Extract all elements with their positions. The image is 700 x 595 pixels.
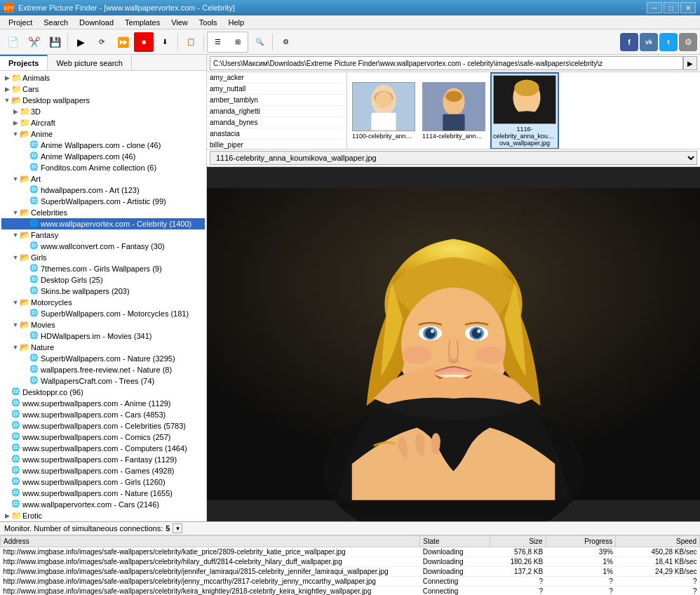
view-grid-button[interactable]: ⊞: [228, 32, 248, 52]
tree-item-wallpapervortex-cars[interactable]: 🌐 www.wallpapervortex.com - Cars (2146): [1, 499, 205, 510]
header-speed[interactable]: Speed: [616, 536, 700, 547]
tree-item-7themes-girls[interactable]: 🌐 7themes.com - Girls Wallpapers (9): [1, 263, 205, 274]
tree-item-superbwp-nature2[interactable]: 🌐 www.superbwallpapers.com - Nature (165…: [1, 488, 205, 499]
stop-button[interactable]: ■: [134, 32, 154, 52]
address-input[interactable]: [210, 56, 683, 70]
tree-item-superbwp-nature[interactable]: 🌐 SuperbWallpapers.com - Nature (3295): [1, 353, 205, 364]
tree-item-girls[interactable]: ▼ 📂 Girls: [1, 252, 205, 263]
download-row-4[interactable]: http://www.imgbase.info/images/safe-wall…: [1, 587, 700, 596]
maximize-button[interactable]: □: [664, 2, 679, 13]
header-address[interactable]: Address: [1, 536, 420, 547]
dl-button[interactable]: ⬇: [155, 32, 175, 52]
download-row-2[interactable]: http://www.imgbase.info/images/safe-wall…: [1, 567, 700, 577]
copy-button[interactable]: 📋: [181, 32, 201, 52]
tree-item-hdwallpapers-art[interactable]: 🌐 hdwallpapers.com - Art (123): [1, 185, 205, 196]
tree-item-superbwp-cars[interactable]: 🌐 www.superbwallpapers.com - Cars (4853): [1, 409, 205, 420]
tree-item-desktoppr[interactable]: 🌐 Desktoppr.co (96): [1, 387, 205, 398]
menu-search[interactable]: Search: [38, 17, 74, 28]
list-item-billie-piper[interactable]: billie_piper: [207, 140, 346, 149]
tree-item-anime-wp[interactable]: 🌐 Anime Wallpapers.com (46): [1, 151, 205, 162]
download-row-0[interactable]: http://www.imgbase.info/images/safe-wall…: [1, 547, 700, 557]
download-row-1[interactable]: http://www.imgbase.info/images/safe-wall…: [1, 557, 700, 567]
tree-item-cars[interactable]: ▶ 📁 Cars: [1, 83, 205, 95]
tree-item-fonditos[interactable]: 🌐 Fonditos.com Anime collection (6): [1, 162, 205, 173]
twitter-button[interactable]: t: [659, 33, 678, 51]
tree-item-superbwp-computers[interactable]: 🌐 www.superbwallpapers.com - Computers (…: [1, 443, 205, 454]
tree-item-superbwp-fantasy[interactable]: 🌐 www.superbwallpapers.com - Fantasy (11…: [1, 454, 205, 465]
tree-label: www.superbwallpapers.com - Cars (4853): [22, 410, 166, 419]
new-button[interactable]: 📄: [3, 32, 22, 52]
tree-item-wallpapervortex-celeb[interactable]: 🌐 www.wallpapervortex.com - Celebrity (1…: [1, 218, 205, 229]
tree-item-aircraft[interactable]: ▶ 📁 Aircraft: [1, 117, 205, 128]
menu-download[interactable]: Download: [74, 17, 119, 28]
tree-item-celebrities[interactable]: ▼ 📂 Celebrities: [1, 207, 205, 218]
play-button[interactable]: ▶: [71, 32, 90, 52]
tab-projects[interactable]: Projects: [0, 55, 48, 70]
list-item-amanda-righetti[interactable]: amanda_righetti: [207, 106, 346, 117]
facebook-button[interactable]: f: [620, 33, 638, 51]
thumbnail-list[interactable]: amy_acker amy_nuttall amber_tamblyn aman…: [207, 72, 347, 149]
folder-icon: 📁: [11, 84, 21, 94]
menu-help[interactable]: Help: [223, 17, 250, 28]
tree-item-hdwp-movies[interactable]: 🌐 HDWallpapers.im - Movies (341): [1, 330, 205, 342]
list-item-anastacia[interactable]: anastacia: [207, 128, 346, 140]
tree-item-anime-wp-clone[interactable]: 🌐 Anime Wallpapers.com - clone (46): [1, 140, 205, 151]
filename-select[interactable]: 1116-celebrity_anna_koumikova_wallpaper.…: [210, 151, 697, 165]
thumb-1116[interactable]: 1116-celebrity_anna_koumikova_wallpaper.…: [490, 72, 559, 149]
list-item-amy-nuttall[interactable]: amy_nuttall: [207, 83, 346, 95]
monitor-dropdown-button[interactable]: ▼: [173, 523, 182, 533]
skip-button[interactable]: ⏩: [113, 32, 133, 52]
tree-item-movies[interactable]: ▼ 📂 Movies: [1, 319, 205, 330]
tree-item-superbwp-anime[interactable]: 🌐 www.superbwallpapers.com - Anime (1129…: [1, 398, 205, 409]
header-state[interactable]: State: [420, 536, 490, 547]
tree-container[interactable]: ▶ 📁 Animals ▶ 📁 Cars ▼ 📂 Desktop wallpap…: [0, 71, 206, 521]
menu-view[interactable]: View: [166, 17, 194, 28]
thumb-1100[interactable]: 1100-celebrity_anna_kour...: [350, 80, 417, 142]
zoom-button[interactable]: 🔍: [250, 32, 269, 52]
tree-item-3d[interactable]: ▶ 📁 3D: [1, 106, 205, 117]
tab-web-search[interactable]: Web picture search: [48, 55, 132, 70]
title-text: Extreme Picture Finder - [www.wallpaperv…: [18, 4, 235, 12]
menu-templates[interactable]: Templates: [119, 17, 166, 28]
tree-item-motorcycles[interactable]: ▼ 📂 Motorcycles: [1, 297, 205, 308]
settings-icon-btn[interactable]: ⚙: [276, 32, 295, 52]
tree-item-wallconvert-fantasy[interactable]: 🌐 www.wallconvert.com - Fantasy (30): [1, 241, 205, 252]
view-list-button[interactable]: ☰: [208, 32, 227, 52]
settings-button[interactable]: ⚙: [679, 33, 697, 51]
menu-tools[interactable]: Tools: [194, 17, 223, 28]
tree-item-desktop-wallpapers[interactable]: ▼ 📂 Desktop wallpapers: [1, 95, 205, 106]
pause-button[interactable]: ⟳: [92, 32, 112, 52]
tree-item-wallpapers-free-nature[interactable]: 🌐 wallpapers.free-review.net - Nature (8…: [1, 364, 205, 375]
minimize-button[interactable]: ─: [647, 2, 662, 13]
tree-item-art[interactable]: ▼ 📂 Art: [1, 173, 205, 185]
address-go-button[interactable]: ▶: [683, 56, 697, 70]
tree-item-fantasy[interactable]: ▼ 📂 Fantasy: [1, 229, 205, 241]
tree-item-anime[interactable]: ▼ 📂 Anime: [1, 128, 205, 140]
tree-item-erotic[interactable]: ▶ 📁 Erotic: [1, 510, 205, 521]
tree-item-superbwp-celebs[interactable]: 🌐 www.superbwallpapers.com - Celebrities…: [1, 420, 205, 432]
menu-project[interactable]: Project: [3, 17, 38, 28]
tree-item-superbwp-games[interactable]: 🌐 www.superbwallpapers.com - Games (4928…: [1, 465, 205, 476]
download-row-3[interactable]: http://www.imgbase.info/images/safe-wall…: [1, 577, 700, 587]
close-button[interactable]: ✕: [680, 2, 696, 13]
dl-size: 137,2 KB: [490, 567, 546, 577]
list-item-amy-acker[interactable]: amy_acker: [207, 72, 346, 83]
vk-button[interactable]: vk: [640, 33, 658, 51]
tree-item-skins-wallpapers[interactable]: 🌐 Skins.be wallpapers (203): [1, 286, 205, 297]
tree-item-nature[interactable]: ▼ 📂 Nature: [1, 342, 205, 353]
thumb-1114[interactable]: 1114-celebrity_anna_kour...: [420, 80, 487, 142]
tree-item-superbwp-artistic[interactable]: 🌐 SuperbWallpapers.com - Artistic (99): [1, 196, 205, 207]
tree-item-desktop-girls[interactable]: 🌐 Desktop Girls (25): [1, 274, 205, 286]
tree-item-animals[interactable]: ▶ 📁 Animals: [1, 72, 205, 83]
header-progress[interactable]: Progress: [546, 536, 616, 547]
save-button[interactable]: 💾: [45, 32, 65, 52]
header-size[interactable]: Size: [490, 536, 546, 547]
list-item-amber-tamblyn[interactable]: amber_tamblyn: [207, 95, 346, 106]
open-button[interactable]: ✂️: [24, 32, 43, 52]
tree-item-wallpaperscraft-trees[interactable]: 🌐 WallpapersCraft.com - Trees (74): [1, 375, 205, 387]
tree-label: SuperbWallpapers.com - Motorcycles (181): [41, 309, 189, 318]
list-item-amanda-bynes[interactable]: amanda_bynes: [207, 117, 346, 128]
tree-item-superbwp-girls[interactable]: 🌐 www.superbwallpapers.com - Girls (1260…: [1, 476, 205, 488]
tree-item-superbwp-comics[interactable]: 🌐 www.superbwallpapers.com - Comics (257…: [1, 432, 205, 443]
tree-item-superbwp-moto[interactable]: 🌐 SuperbWallpapers.com - Motorcycles (18…: [1, 308, 205, 319]
